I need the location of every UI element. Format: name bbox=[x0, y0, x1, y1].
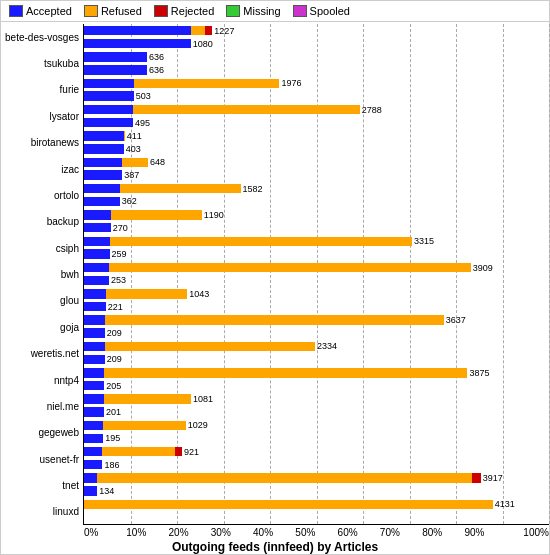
top-value-label: 3909 bbox=[473, 263, 493, 273]
bar-row-ortolo: 1582362 bbox=[84, 182, 549, 208]
y-label-nntp4: nntp4 bbox=[1, 367, 79, 393]
chart-container: Accepted Refused Rejected Missing Spoole… bbox=[0, 0, 550, 555]
y-label-glou: glou bbox=[1, 288, 79, 314]
y-label-weretis-net: weretis.net bbox=[1, 341, 79, 367]
bar-row-usenet-fr: 921186 bbox=[84, 445, 549, 471]
y-label-usenet-fr: usenet-fr bbox=[1, 446, 79, 472]
y-label-linuxd: linuxd bbox=[1, 499, 79, 525]
bottom-value-label: 403 bbox=[126, 144, 141, 154]
legend-refused: Refused bbox=[84, 5, 142, 17]
x-tick-7: 70% bbox=[380, 527, 422, 538]
y-label-izac: izac bbox=[1, 156, 79, 182]
bar-row-tsukuba: 636636 bbox=[84, 50, 549, 76]
bottom-value-label: 253 bbox=[111, 275, 126, 285]
top-value-label: 3637 bbox=[446, 315, 466, 325]
top-value-label: 3875 bbox=[469, 368, 489, 378]
y-label-bwh: bwh bbox=[1, 261, 79, 287]
top-value-label: 411 bbox=[127, 131, 142, 141]
y-label-ortolo: ortolo bbox=[1, 182, 79, 208]
y-label-lysator: lysator bbox=[1, 103, 79, 129]
top-value-label: 921 bbox=[184, 447, 199, 457]
top-value-label: 1582 bbox=[243, 184, 263, 194]
top-value-label: 2334 bbox=[317, 341, 337, 351]
x-tick-6: 60% bbox=[338, 527, 380, 538]
bar-row-glou: 1043221 bbox=[84, 287, 549, 313]
top-value-label: 648 bbox=[150, 157, 165, 167]
legend-spooled: Spooled bbox=[293, 5, 350, 17]
bottom-value-label: 503 bbox=[136, 91, 151, 101]
legend-rejected: Rejected bbox=[154, 5, 214, 17]
missing-label: Missing bbox=[243, 5, 280, 17]
top-value-label: 1081 bbox=[193, 394, 213, 404]
bottom-value-label: 270 bbox=[113, 223, 128, 233]
y-label-csiph: csiph bbox=[1, 235, 79, 261]
bar-row-izac: 648387 bbox=[84, 156, 549, 182]
missing-icon bbox=[226, 5, 240, 17]
top-value-label: 3315 bbox=[414, 236, 434, 246]
bar-row-goja: 3637209 bbox=[84, 313, 549, 339]
bottom-value-label: 259 bbox=[112, 249, 127, 259]
y-label-niel-me: niel.me bbox=[1, 393, 79, 419]
bar-row-csiph: 3315259 bbox=[84, 235, 549, 261]
top-value-label: 4131 bbox=[495, 499, 515, 509]
refused-label: Refused bbox=[101, 5, 142, 17]
y-label-tnet: tnet bbox=[1, 472, 79, 498]
bar-row-weretis-net: 2334209 bbox=[84, 340, 549, 366]
bar-row-tnet: 3917134 bbox=[84, 471, 549, 497]
top-value-label: 1190 bbox=[204, 210, 224, 220]
accepted-icon bbox=[9, 5, 23, 17]
rejected-label: Rejected bbox=[171, 5, 214, 17]
x-tick-0: 0% bbox=[84, 527, 126, 538]
bottom-value-label: 209 bbox=[107, 328, 122, 338]
top-value-label: 1043 bbox=[189, 289, 209, 299]
x-tick-8: 80% bbox=[422, 527, 464, 538]
bar-row-niel-me: 1081201 bbox=[84, 392, 549, 418]
y-label-furie: furie bbox=[1, 77, 79, 103]
bottom-value-label: 195 bbox=[105, 433, 120, 443]
accepted-label: Accepted bbox=[26, 5, 72, 17]
bar-row-lysator: 2788495 bbox=[84, 103, 549, 129]
x-tick-10: 100% bbox=[507, 527, 549, 538]
bottom-value-label: 387 bbox=[124, 170, 139, 180]
rejected-icon bbox=[154, 5, 168, 17]
x-title: Outgoing feeds (innfeed) by Articles bbox=[1, 538, 549, 554]
x-tick-3: 30% bbox=[211, 527, 253, 538]
bars-area: 1227108063663619765032788495411403648387… bbox=[83, 24, 549, 525]
x-tick-1: 10% bbox=[126, 527, 168, 538]
legend-missing: Missing bbox=[226, 5, 280, 17]
y-axis-labels: bete-des-vosgestsukubafurielysatorbirota… bbox=[1, 24, 83, 525]
top-value-label: 636 bbox=[149, 52, 164, 62]
spooled-label: Spooled bbox=[310, 5, 350, 17]
bottom-value-label: 201 bbox=[106, 407, 121, 417]
x-tick-9: 90% bbox=[464, 527, 506, 538]
x-tick-4: 40% bbox=[253, 527, 295, 538]
y-label-tsukuba: tsukuba bbox=[1, 50, 79, 76]
bottom-value-label: 186 bbox=[104, 460, 119, 470]
y-label-birotanews: birotanews bbox=[1, 130, 79, 156]
bar-row-gegeweb: 1029195 bbox=[84, 419, 549, 445]
y-label-goja: goja bbox=[1, 314, 79, 340]
bar-row-bwh: 3909253 bbox=[84, 261, 549, 287]
refused-icon bbox=[84, 5, 98, 17]
bar-row-linuxd: 4131 bbox=[84, 498, 549, 524]
bottom-value-label: 221 bbox=[108, 302, 123, 312]
top-value-label: 1029 bbox=[188, 420, 208, 430]
bottom-value-label: 205 bbox=[106, 381, 121, 391]
legend: Accepted Refused Rejected Missing Spoole… bbox=[1, 1, 549, 22]
legend-accepted: Accepted bbox=[9, 5, 72, 17]
bottom-value-label: 209 bbox=[107, 354, 122, 364]
bottom-value-label: 636 bbox=[149, 65, 164, 75]
bottom-value-label: 134 bbox=[99, 486, 114, 496]
bar-row-birotanews: 411403 bbox=[84, 129, 549, 155]
top-value-label: 2788 bbox=[362, 105, 382, 115]
y-label-bete-des-vosges: bete-des-vosges bbox=[1, 24, 79, 50]
bar-row-backup: 1190270 bbox=[84, 208, 549, 234]
x-tick-2: 20% bbox=[169, 527, 211, 538]
bottom-value-label: 362 bbox=[122, 196, 137, 206]
bar-row-furie: 1976503 bbox=[84, 77, 549, 103]
bar-row-nntp4: 3875205 bbox=[84, 366, 549, 392]
x-tick-5: 50% bbox=[295, 527, 337, 538]
top-value-label: 3917 bbox=[483, 473, 503, 483]
bar-row-bete-des-vosges: 12271080 bbox=[84, 24, 549, 50]
bottom-value-label: 495 bbox=[135, 118, 150, 128]
